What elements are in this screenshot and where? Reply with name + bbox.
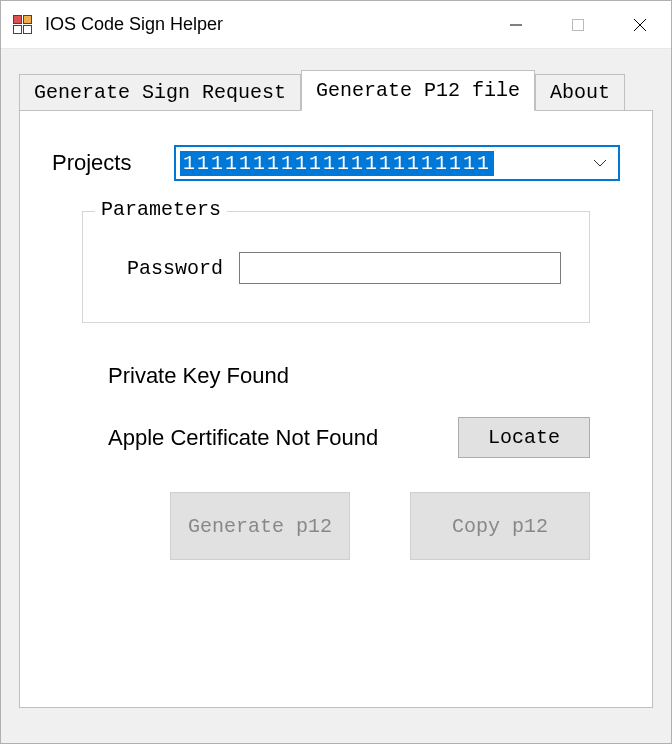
status-block: Private Key Found Apple Certificate Not … [108, 363, 590, 458]
projects-row: Projects 1111111111111111111111 [52, 145, 620, 181]
locate-button[interactable]: Locate [458, 417, 590, 458]
minimize-icon [509, 18, 523, 32]
close-icon [632, 17, 648, 33]
parameters-legend: Parameters [95, 198, 227, 221]
status-private-key: Private Key Found [108, 363, 590, 389]
tab-generate-sign-request[interactable]: Generate Sign Request [19, 74, 301, 110]
tabpage-generate-p12: Projects 1111111111111111111111 Paramete… [19, 110, 653, 708]
projects-selected-value: 1111111111111111111111 [180, 151, 494, 176]
password-row: Password [127, 252, 561, 284]
window-controls [485, 1, 671, 48]
copy-p12-button[interactable]: Copy p12 [410, 492, 590, 560]
status-certificate-text: Apple Certificate Not Found [108, 425, 458, 451]
tab-about[interactable]: About [535, 74, 625, 110]
close-button[interactable] [609, 1, 671, 48]
maximize-icon [571, 18, 585, 32]
window-title: IOS Code Sign Helper [45, 14, 485, 35]
projects-label: Projects [52, 150, 164, 176]
generate-p12-button[interactable]: Generate p12 [170, 492, 350, 560]
app-icon [11, 13, 35, 37]
status-private-key-text: Private Key Found [108, 363, 590, 389]
projects-dropdown[interactable]: 1111111111111111111111 [174, 145, 620, 181]
maximize-button [547, 1, 609, 48]
minimize-button[interactable] [485, 1, 547, 48]
titlebar: IOS Code Sign Helper [1, 1, 671, 49]
parameters-fieldset: Parameters Password [82, 211, 590, 323]
svg-rect-1 [573, 19, 584, 30]
tabstrip: Generate Sign Request Generate P12 file … [19, 69, 653, 110]
tab-generate-p12[interactable]: Generate P12 file [301, 70, 535, 111]
bottom-buttons: Generate p12 Copy p12 [52, 492, 590, 560]
password-label: Password [127, 257, 239, 280]
chevron-down-icon [592, 155, 608, 171]
password-input[interactable] [239, 252, 561, 284]
status-certificate: Apple Certificate Not Found Locate [108, 417, 590, 458]
client-area: Generate Sign Request Generate P12 file … [1, 49, 671, 743]
app-window: IOS Code Sign Helper Generate Sign Reque… [0, 0, 672, 744]
